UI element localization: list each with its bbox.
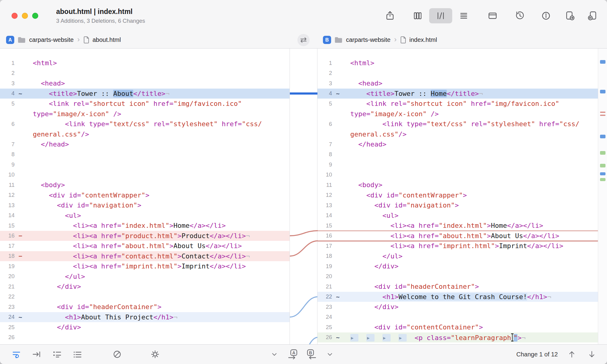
- code-line[interactable]: 7 </head>: [317, 139, 598, 150]
- code-line[interactable]: 21 </div>: [0, 281, 290, 292]
- code-line[interactable]: 23 </div>: [317, 302, 598, 312]
- code-line[interactable]: type="image/x-icon" />: [317, 109, 598, 119]
- chevron-down-icon: [326, 350, 334, 359]
- code-line[interactable]: 20: [317, 271, 598, 282]
- file-a-name[interactable]: about.html: [93, 36, 121, 43]
- code-line[interactable]: 20 </ul>: [0, 271, 290, 282]
- code-line[interactable]: 8: [317, 150, 598, 160]
- change-minimap-scrollbar[interactable]: [598, 49, 607, 344]
- unified-view-button[interactable]: [452, 8, 475, 23]
- code-line[interactable]: 10: [317, 170, 598, 180]
- code-line[interactable]: 4~ <title>Tower :: Home</title>¬: [317, 89, 598, 99]
- code-line[interactable]: 9: [317, 160, 598, 170]
- folder-name[interactable]: carparts-website: [29, 36, 74, 43]
- a-options-button[interactable]: [268, 348, 280, 360]
- wrap-lines-button[interactable]: [10, 348, 22, 360]
- code-line[interactable]: 10: [0, 170, 290, 180]
- visible-characters-button[interactable]: [71, 348, 83, 360]
- pane-b-editor[interactable]: 1<html>23 <head>4~ <title>Tower :: Home<…: [317, 49, 598, 344]
- zoom-button[interactable]: [32, 13, 38, 19]
- code-line[interactable]: 16 <li><a href="about.html">About Us</a>…: [317, 231, 598, 241]
- code-line[interactable]: 9: [0, 160, 290, 170]
- line-number: 11: [0, 182, 16, 188]
- code-line[interactable]: 21 <div id="headerContainer">: [317, 281, 598, 292]
- folder-icon: [334, 37, 343, 43]
- code-line[interactable]: 7 </head>: [0, 139, 290, 150]
- code-line[interactable]: 5 <link rel="shortcut icon" href="img/fa…: [0, 99, 290, 109]
- settings-button[interactable]: [149, 348, 161, 360]
- code-line[interactable]: 16− <li><a href="product.html">Product</…: [0, 231, 290, 241]
- code-line[interactable]: 17 <li><a href="about.html">About Us</a>…: [0, 241, 290, 251]
- code-line[interactable]: 19 </div>: [317, 261, 598, 271]
- change-marker: ~: [16, 313, 25, 321]
- history-button[interactable]: [513, 8, 527, 23]
- code-line[interactable]: general.css"/>: [317, 129, 598, 140]
- line-number: 6: [317, 121, 333, 127]
- tab-width-button[interactable]: [31, 348, 43, 360]
- pane-a-editor[interactable]: 1<html>23 <head>4~ <title>Tower :: About…: [0, 49, 290, 344]
- blocks-view-button[interactable]: [406, 8, 429, 23]
- code-line[interactable]: 8: [0, 150, 290, 160]
- breadcrumb-b: B carparts-website › index.html: [323, 32, 437, 48]
- code-line[interactable]: 11 <body>: [0, 180, 290, 190]
- code-line[interactable]: 18− <li><a href="contact.html">Contact</…: [0, 251, 290, 261]
- code-line[interactable]: 24: [317, 312, 598, 322]
- fluid-view-button[interactable]: [429, 8, 452, 23]
- code-line[interactable]: 26~▸ ▸ ▸ ▸ <p class="learnParagraph">¬: [317, 332, 598, 343]
- reader-view-button[interactable]: [486, 8, 500, 23]
- code-line[interactable]: 6 <link type="text/css" rel="stylesheet"…: [317, 119, 598, 129]
- code-line[interactable]: 3 <head>: [317, 78, 598, 89]
- code-line[interactable]: 17 <li><a href="imprint.html">Imprint</a…: [317, 241, 598, 251]
- minimize-button[interactable]: [22, 13, 28, 19]
- share-button[interactable]: [383, 8, 397, 23]
- code-line[interactable]: 1<html>: [0, 58, 290, 68]
- code-line[interactable]: 22~ <h1>Welcome to the Git Crash Course!…: [317, 292, 598, 302]
- merge-b-button[interactable]: [586, 8, 600, 23]
- code-text: general.css"/>: [342, 130, 598, 138]
- folder-name[interactable]: carparts-website: [346, 36, 391, 43]
- file-b-name[interactable]: index.html: [409, 36, 437, 43]
- merge-a-button[interactable]: [563, 8, 577, 23]
- b-options-button[interactable]: [324, 348, 336, 360]
- merge-actions-group: A B: [268, 345, 336, 364]
- code-line[interactable]: 14 <ul>: [0, 211, 290, 221]
- code-line[interactable]: general.css"/>: [0, 129, 290, 140]
- code-line[interactable]: 22: [0, 292, 290, 302]
- code-line[interactable]: 18 </ul>: [317, 251, 598, 261]
- code-line[interactable]: 26: [0, 332, 290, 343]
- next-change-button[interactable]: [586, 348, 598, 360]
- diff-content: 1<html>23 <head>4~ <title>Tower :: About…: [0, 49, 607, 344]
- titlebar: about.html | index.html 3 Additions, 3 D…: [0, 0, 607, 32]
- code-line[interactable]: 1<html>: [317, 58, 598, 68]
- code-line[interactable]: 2: [317, 68, 598, 79]
- code-line[interactable]: 5 <link rel="shortcut icon" href="img/fa…: [317, 99, 598, 109]
- code-line[interactable]: 11 <body>: [317, 180, 598, 190]
- swap-files-button[interactable]: [297, 34, 310, 46]
- line-number: 5: [0, 100, 16, 107]
- code-line[interactable]: 25 </div>: [0, 322, 290, 332]
- info-button[interactable]: [539, 8, 553, 23]
- code-line[interactable]: 15 <li><a href="index.html">Home</a></li…: [317, 221, 598, 231]
- code-line[interactable]: 6 <link type="text/css" rel="stylesheet"…: [0, 119, 290, 129]
- code-line[interactable]: 14 <ul>: [317, 211, 598, 221]
- code-line[interactable]: 13 <div id="navigation">: [0, 200, 290, 211]
- code-line[interactable]: 24~ <h1>About This Project</h1>¬: [0, 312, 290, 322]
- code-line[interactable]: 23 <div id="headerContainer">: [0, 302, 290, 312]
- take-a-button[interactable]: A: [287, 348, 299, 360]
- code-line[interactable]: 19 <li><a href="imprint.html">Imprint</a…: [0, 261, 290, 271]
- code-line[interactable]: 15 <li><a href="index.html">Home</a></li…: [0, 221, 290, 231]
- code-line[interactable]: 4~ <title>Tower :: About</title>¬: [0, 89, 290, 99]
- ignore-filter-button[interactable]: [111, 348, 123, 360]
- code-text: <li><a href="index.html">Home</a></li>: [25, 222, 290, 229]
- close-button[interactable]: [12, 13, 18, 19]
- take-b-button[interactable]: B: [305, 348, 317, 360]
- code-line[interactable]: 3 <head>: [0, 78, 290, 89]
- code-line[interactable]: 13 <div id="navigation">: [317, 200, 598, 211]
- code-line[interactable]: 25 <div id="contentContainer">: [317, 322, 598, 332]
- code-line[interactable]: type="image/x-icon" />: [0, 109, 290, 119]
- code-line[interactable]: 2: [0, 68, 290, 79]
- previous-change-button[interactable]: [566, 348, 578, 360]
- line-numbers-button[interactable]: [51, 348, 63, 360]
- code-line[interactable]: 12 <div id="contentWrapper">: [0, 190, 290, 201]
- code-line[interactable]: 12 <div id="contentWrapper">: [317, 190, 598, 201]
